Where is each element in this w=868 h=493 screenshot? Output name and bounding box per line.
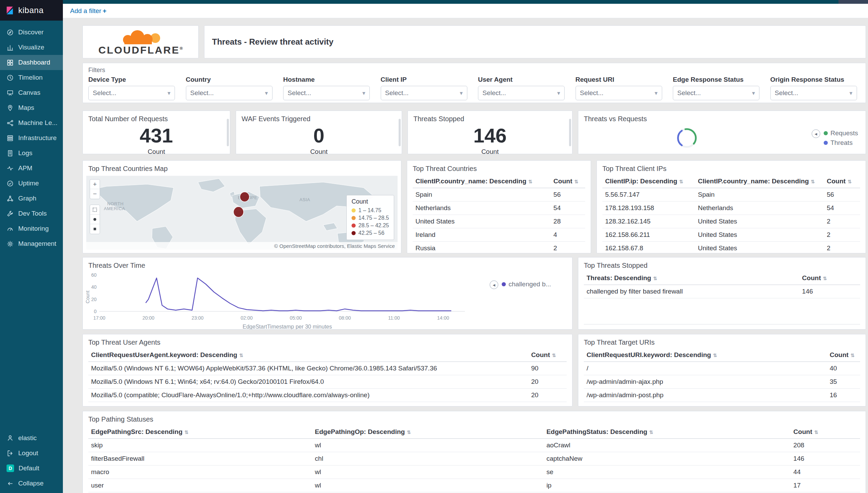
zoom-in-button[interactable]: + (90, 180, 100, 189)
devtools-icon (7, 210, 14, 217)
column-header[interactable]: Count⇅ (551, 175, 585, 188)
legend-collapse-icon[interactable]: ◂ (490, 280, 498, 289)
sidebar-item-dashboard[interactable]: Dashboard (0, 55, 63, 70)
panel-scrollbar[interactable] (569, 119, 571, 146)
draw-circle-tool[interactable] (90, 215, 100, 224)
add-filter-button[interactable]: Add a filter+ (70, 7, 107, 15)
svg-text:0: 0 (94, 309, 97, 314)
filter-label: Hostname (283, 76, 373, 83)
filter-select-user-agent[interactable]: Select...▾ (478, 86, 565, 100)
map-bubble-netherlands[interactable] (240, 192, 249, 202)
column-header[interactable]: Count⇅ (799, 272, 860, 285)
legend-item[interactable]: Requests (824, 129, 858, 137)
plus-icon: + (103, 7, 107, 14)
map-legend-item: 28.5 – 42.25 (352, 222, 389, 229)
filter-select-hostname[interactable]: Select...▾ (283, 86, 370, 100)
column-header[interactable]: EdgePathingOp: Descending⇅ (312, 425, 544, 439)
legend-item[interactable]: challenged b... (502, 280, 551, 288)
sidebar-item-graph[interactable]: Graph (0, 191, 63, 206)
filters-panel: Filters Device TypeSelect...▾CountrySele… (82, 63, 866, 103)
sidebar-item-maps[interactable]: Maps (0, 100, 63, 115)
canvas-icon (7, 89, 14, 96)
column-header[interactable]: EdgePathingSrc: Descending⇅ (88, 425, 312, 439)
map-bubble-spain[interactable] (233, 207, 244, 217)
panel-scrollbar[interactable] (227, 119, 229, 146)
column-header[interactable]: Count⇅ (791, 425, 860, 439)
column-header[interactable]: Count⇅ (827, 348, 860, 362)
sidebar-item-visualize[interactable]: Visualize (0, 40, 63, 55)
kibana-logo[interactable]: kibana (0, 0, 63, 21)
table-cell: 56 (824, 188, 860, 202)
visualize-icon (7, 44, 14, 51)
top-threat-countries-panel: Top Threat Countries ClientIP.country_na… (407, 160, 591, 253)
column-header[interactable]: ClientRequestURI.keyword: Descending⇅ (584, 348, 827, 362)
filter-select-origin-response-status[interactable]: Select...▾ (770, 86, 857, 100)
metric-unit: Count (83, 148, 230, 154)
filter-select-request-uri[interactable]: Select...▾ (576, 86, 662, 100)
svg-text:05:00: 05:00 (290, 315, 302, 321)
sidebar-item-monitoring[interactable]: Monitoring (0, 221, 63, 236)
world-map[interactable]: NORTH AMERICA EUROPE ASIA + − C (86, 176, 398, 250)
filter-select-country[interactable]: Select...▾ (186, 86, 272, 100)
sidebar-item-canvas[interactable]: Canvas (0, 85, 63, 100)
select-value: Select... (385, 89, 409, 97)
collapse-icon (7, 480, 14, 487)
sidebar-item-dev-tools[interactable]: Dev Tools (0, 206, 63, 221)
table-row: 5.56.57.147Spain56 (602, 188, 860, 202)
svg-text:23:00: 23:00 (191, 315, 203, 321)
sidebar-item-infrastructure[interactable]: Infrastructure (0, 130, 63, 146)
column-header[interactable]: Count⇅ (824, 175, 860, 188)
column-header[interactable]: ClientIP.ip: Descending⇅ (602, 175, 695, 188)
svg-text:11:00: 11:00 (388, 315, 400, 321)
table-cell: 208 (791, 439, 860, 452)
panel-title: Top Threat Countries Map (83, 161, 401, 175)
column-header[interactable]: Threats: Descending⇅ (584, 272, 799, 285)
panel-title: Total Number of Requests (83, 111, 230, 125)
column-header[interactable]: ClientIP.country_name: Descending⇅ (413, 175, 551, 188)
draw-bounds-tool[interactable] (90, 205, 100, 215)
discover-icon (7, 29, 14, 36)
column-header[interactable]: ClientRequestUserAgent.keyword: Descendi… (88, 348, 528, 362)
legend-item[interactable]: Threats (824, 139, 858, 147)
svg-text:20:00: 20:00 (142, 315, 154, 321)
top-threat-countries-table: ClientIP.country_name: Descending⇅Count⇅… (413, 175, 585, 253)
table-cell: 44 (791, 466, 860, 479)
sidebar-footer-item-collapse[interactable]: Collapse (0, 476, 63, 491)
sidebar-item-machine-le[interactable]: Machine Le... (0, 115, 63, 130)
zoom-out-button[interactable]: − (90, 189, 100, 199)
sidebar-item-discover[interactable]: Discover (0, 25, 63, 40)
panel-scrollbar[interactable] (399, 119, 401, 146)
sidebar-item-management[interactable]: Management (0, 236, 63, 251)
top-pathing-statuses-table: EdgePathingSrc: Descending⇅EdgePathingOp… (88, 425, 860, 492)
table-cell: se (544, 466, 791, 479)
sidebar-item-timelion[interactable]: Timelion (0, 70, 63, 85)
table-cell: filterBasedFirewall (88, 452, 312, 466)
draw-square-tool[interactable] (90, 224, 100, 234)
svg-text:17:00: 17:00 (93, 315, 105, 321)
table-row: 128.32.162.145United States2 (602, 215, 860, 228)
map-legend-item: 14.75 – 28.5 (352, 215, 389, 221)
sidebar-item-uptime[interactable]: Uptime (0, 176, 63, 191)
map-attribution-link[interactable]: © OpenStreetMap contributors, Elastic Ma… (86, 242, 398, 250)
panel-title: Threats Over Time (83, 257, 572, 272)
table-row: Mozilla/5.0 (Windows NT 6.1; WOW64) Appl… (88, 362, 567, 375)
column-header[interactable]: ClientIP.country_name: Descending⇅ (695, 175, 824, 188)
sidebar-footer-item-default[interactable]: DDefault (0, 461, 63, 476)
table-cell: United States (413, 215, 551, 228)
sidebar-item-apm[interactable]: APM (0, 161, 63, 176)
legend-collapse-icon[interactable]: ◂ (812, 129, 820, 138)
map-legend-title: Count (352, 198, 389, 205)
sidebar-footer-item-elastic[interactable]: elastic (0, 431, 63, 446)
filter-select-device-type[interactable]: Select...▾ (88, 86, 175, 100)
table-row: Russia2 (413, 242, 585, 254)
column-header[interactable]: EdgePathingStatus: Descending⇅ (544, 425, 791, 439)
column-header[interactable]: Count⇅ (528, 348, 567, 362)
top-threat-target-uris-panel: Top Threat Target URIs ClientRequestURI.… (578, 334, 866, 406)
svg-text:14:00: 14:00 (437, 315, 449, 321)
filter-label: Origin Response Status (770, 76, 860, 83)
sidebar-footer-item-logout[interactable]: Logout (0, 446, 63, 461)
sidebar-item-logs[interactable]: Logs (0, 146, 63, 161)
filter-select-edge-response-status[interactable]: Select...▾ (673, 86, 759, 100)
filter-select-client-ip[interactable]: Select...▾ (381, 86, 467, 100)
select-value: Select... (288, 89, 311, 97)
